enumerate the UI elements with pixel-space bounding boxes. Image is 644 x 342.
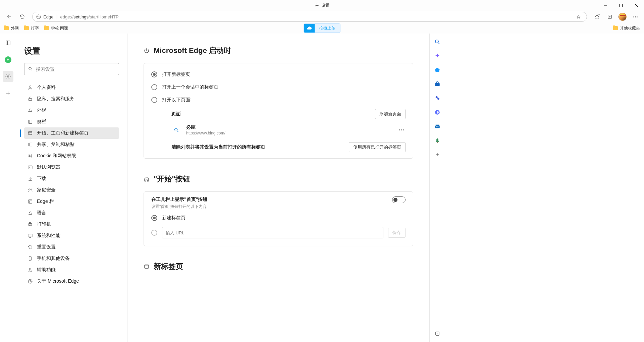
sidebar-item[interactable]: A语言	[24, 207, 119, 219]
favorite-star-icon[interactable]	[574, 12, 583, 21]
sidebar-item[interactable]: 家庭安全	[24, 184, 119, 196]
page-item: 必应 https://www.bing.com/	[171, 122, 406, 138]
startup-radio-pages[interactable]: 打开以下页面:	[151, 94, 406, 106]
sidebar-item-label: 开始、主页和新建标签页	[37, 130, 89, 136]
sidebar-item-label: 个人资料	[37, 84, 56, 91]
svg-rect-41	[28, 234, 32, 237]
sidebar-item[interactable]: 辅助功能	[24, 264, 119, 276]
sidebar-item-icon	[28, 267, 33, 273]
svg-point-55	[437, 98, 439, 100]
sidebar-item[interactable]: 下载	[24, 173, 119, 184]
sidebar-item[interactable]: 个人资料	[24, 82, 119, 93]
sidebar-item[interactable]: 手机和其他设备	[24, 253, 119, 264]
rside-office-icon[interactable]	[434, 109, 441, 116]
section-header-startup: Microsoft Edge 启动时	[144, 46, 413, 56]
start-button-card: 在工具栏上显示"首页"按钮 设置"首页"按钮打开的以下内容: 新建标签页 保存	[144, 191, 413, 246]
bookmark-folder[interactable]: 打字	[24, 25, 39, 31]
sidebar-item-label: 家庭安全	[37, 187, 56, 193]
page-more-button[interactable]	[398, 128, 406, 132]
bookmark-folder[interactable]: 学校 网课	[44, 25, 68, 31]
svg-rect-53	[435, 83, 440, 86]
sidebar-item[interactable]: Edge 栏	[24, 196, 119, 207]
sidebar-item[interactable]: 外观	[24, 105, 119, 116]
settings-search-input[interactable]	[36, 66, 115, 72]
sidebar-item[interactable]: 打印机	[24, 219, 119, 230]
rside-outlook-icon[interactable]	[434, 123, 441, 130]
rside-shopping-icon[interactable]	[434, 66, 441, 74]
sidebar-item-icon	[28, 108, 33, 113]
vtab-extension-button[interactable]: +	[3, 54, 13, 65]
back-button[interactable]	[3, 11, 15, 23]
radio-icon[interactable]	[151, 230, 157, 236]
sidebar-item[interactable]: 关于 Microsoft Edge	[24, 276, 119, 287]
sidebar-item-label: 隐私、搜索和服务	[37, 96, 74, 102]
more-button[interactable]	[629, 11, 641, 23]
settings-search[interactable]	[24, 63, 119, 75]
sidebar-item-label: 辅助功能	[37, 267, 56, 273]
radio-icon	[151, 97, 157, 103]
rside-games-icon[interactable]	[434, 95, 441, 102]
svg-rect-19	[29, 99, 32, 101]
bookmark-folder[interactable]: 外网	[4, 25, 19, 31]
sidebar-item[interactable]: 侧栏	[24, 116, 119, 127]
svg-rect-30	[28, 166, 32, 169]
rside-tree-icon[interactable]	[434, 137, 441, 144]
vertical-tabs: +	[0, 34, 16, 342]
folder-icon	[24, 26, 29, 30]
sidebar-item[interactable]: 默认浏览器	[24, 162, 119, 173]
home-button-toggle[interactable]	[392, 196, 406, 203]
minimize-button[interactable]	[598, 0, 613, 11]
toolbar: Edge | edge://settings/startHomeNTP	[0, 11, 644, 23]
home-url-input[interactable]	[162, 227, 383, 238]
folder-icon	[44, 26, 49, 30]
sidebar-item-icon	[28, 244, 33, 250]
svg-rect-11	[6, 41, 10, 45]
sidebar-item[interactable]: 隐私、搜索和服务	[24, 93, 119, 105]
vtab-tabs-button[interactable]	[3, 38, 13, 48]
refresh-button[interactable]	[16, 11, 28, 23]
rside-sparkle-icon[interactable]	[434, 52, 441, 60]
svg-line-52	[438, 43, 440, 44]
rside-tools-icon[interactable]	[434, 80, 441, 88]
other-favorites[interactable]: 其他收藏夹	[613, 25, 640, 31]
sidebar-item-icon	[28, 199, 33, 204]
collections-icon[interactable]	[604, 11, 616, 23]
save-url-button[interactable]: 保存	[388, 228, 406, 238]
edge-icon	[36, 14, 41, 19]
close-button[interactable]	[629, 0, 644, 11]
startup-radio-newtab[interactable]: 打开新标签页	[151, 68, 406, 81]
sidebar-item-icon	[28, 130, 33, 136]
svg-line-48	[177, 131, 178, 132]
add-page-button[interactable]: 添加新页面	[375, 109, 406, 119]
toggle-title: 在工具栏上显示"首页"按钮	[151, 196, 208, 203]
svg-point-45	[29, 268, 31, 270]
sidebar-item[interactable]: Cookie 和网站权限	[24, 150, 119, 162]
vtab-newtab-button[interactable]	[3, 88, 13, 99]
sidebar-item-label: 共享、复制和粘贴	[37, 141, 74, 148]
svg-point-29	[31, 156, 32, 157]
svg-point-28	[29, 156, 30, 157]
maximize-button[interactable]	[613, 0, 629, 11]
section-header-start-button: "开始"按钮	[144, 174, 413, 184]
favorites-icon[interactable]	[591, 11, 603, 23]
svg-line-17	[31, 70, 32, 71]
sidebar-item[interactable]: 重置设置	[24, 241, 119, 253]
rside-add-icon[interactable]	[434, 151, 441, 158]
home-radio-newtab[interactable]: 新建标签页	[151, 212, 406, 224]
upload-pill[interactable]: 拖拽上传	[304, 23, 340, 33]
use-all-tabs-button[interactable]: 使用所有已打开的标签页	[349, 142, 406, 152]
address-bar[interactable]: Edge | edge://settings/startHomeNTP	[32, 12, 587, 22]
profile-avatar[interactable]	[616, 11, 629, 23]
sidebar-item-label: 关于 Microsoft Edge	[37, 278, 79, 284]
sidebar-item[interactable]: 共享、复制和粘贴	[24, 139, 119, 150]
vtab-settings-button[interactable]	[3, 71, 13, 82]
clear-label: 清除列表并将其设置为当前打开的所有标签页	[171, 144, 265, 150]
rside-collapse-icon[interactable]	[434, 330, 441, 337]
plus-circle-icon: +	[5, 56, 11, 63]
sidebar-item[interactable]: 开始、主页和新建标签页	[24, 127, 119, 139]
rside-search-icon[interactable]	[434, 38, 441, 46]
sidebar-item[interactable]: 系统和性能	[24, 230, 119, 241]
startup-radio-previous[interactable]: 打开上一个会话中的标签页	[151, 81, 406, 94]
toggle-subtitle: 设置"首页"按钮打开的以下内容:	[151, 204, 208, 210]
window-title: 设置	[321, 3, 329, 8]
